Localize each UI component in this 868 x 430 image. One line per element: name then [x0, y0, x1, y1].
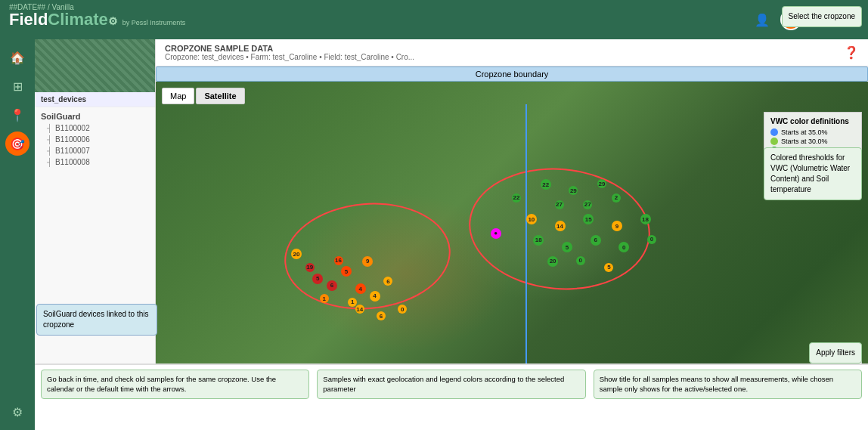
dot-r5[interactable]: 27 — [555, 200, 564, 209]
dot-r18[interactable]: ● — [491, 228, 501, 239]
apply-filters-callout: Apply filters — [809, 342, 862, 363]
dot-13[interactable]: 14 — [355, 305, 364, 314]
dot-r4[interactable]: 29 — [597, 179, 606, 188]
legend-dot-1 — [770, 138, 778, 145]
go-back-callout: Go back in time, and check old samples f… — [41, 370, 309, 399]
navbar-date: ##DATE## / Vanilla — [9, 3, 74, 11]
tab-satellite[interactable]: Satellite — [196, 88, 244, 104]
device-label: test_devices — [35, 92, 155, 107]
sidebar-location[interactable]: 📍 — [5, 103, 29, 127]
sidebar-home[interactable]: 🏠 — [5, 45, 29, 70]
dot-r1[interactable]: 22 — [512, 193, 521, 203]
vwc-legend-title: VWC color definitions — [770, 117, 855, 125]
dot-7[interactable]: 4 — [370, 291, 380, 302]
dot-9[interactable]: 9 — [362, 256, 373, 267]
dot-r3[interactable]: 29 — [569, 186, 578, 195]
dot-r15[interactable]: 6 — [591, 235, 601, 246]
dot-r12[interactable]: 18 — [640, 214, 651, 224]
legend-dot-0 — [770, 128, 778, 136]
geo-samples-callout: Samples with exact geolocation and legen… — [317, 370, 585, 399]
sidebar-sensor[interactable]: 🎯 — [5, 131, 29, 156]
dot-5[interactable]: 1 — [320, 294, 329, 303]
cropzone-boundary-callout: Cropzone boundary — [156, 67, 868, 82]
help-icon[interactable]: ❓ — [844, 45, 859, 60]
map-tabs: Map Satellite — [162, 88, 245, 104]
device-b1100007[interactable]: B1100007 — [35, 145, 155, 156]
content-header: CROPZONE SAMPLE DATA Cropzone: test_devi… — [156, 39, 868, 67]
dot-r9[interactable]: 14 — [555, 221, 566, 231]
dot-1[interactable]: 5 — [312, 274, 323, 284]
dot-r6[interactable]: 27 — [583, 200, 592, 209]
dot-r13[interactable]: 18 — [533, 235, 544, 246]
navbar-by: by Pessl Instruments — [122, 19, 186, 26]
sidebar: 🏠 ⊞ 📍 🎯 ⚙ — [0, 39, 35, 430]
soilguard-callout: SoilGuard devices linked to this cropzon… — [36, 304, 157, 336]
dot-2[interactable]: 6 — [327, 280, 337, 291]
select-cropzone-callout: Select the cropzone — [782, 6, 862, 27]
soilguard-title: SoilGuard — [35, 107, 155, 122]
section-title: CROPZONE SAMPLE DATA — [165, 44, 414, 53]
navbar-logo: FieldClimate⚙ by Pessl Instruments — [9, 10, 185, 29]
user-icon[interactable]: 👤 — [752, 9, 773, 30]
legend-item-0: Starts at 35.0% — [770, 128, 855, 136]
device-b1100002[interactable]: B1100002 — [35, 122, 155, 134]
dot-r2[interactable]: 22 — [541, 179, 551, 190]
colored-thresholds-callout: Colored thresholds for VWC (Volumetric W… — [764, 147, 862, 200]
dot-r14[interactable]: 5 — [562, 242, 572, 252]
tab-map[interactable]: Map — [162, 88, 194, 104]
navbar: ##DATE## / Vanilla FieldClimate⚙ by Pess… — [0, 0, 868, 39]
boundary-line — [525, 104, 527, 384]
device-b1100006[interactable]: B1100006 — [35, 134, 155, 145]
show-title-callout: Show title for all samples means to show… — [594, 370, 862, 399]
dot-11[interactable]: 19 — [305, 263, 315, 272]
legend-item-1: Starts at 30.0% — [770, 138, 855, 145]
device-b1100008[interactable]: B1100008 — [35, 156, 155, 168]
sidebar-layers[interactable]: ⊞ — [5, 74, 29, 98]
dot-r7[interactable]: 2 — [612, 193, 621, 203]
bottom-callouts-row: Go back in time, and check old samples f… — [35, 363, 868, 430]
dot-r8[interactable]: 10 — [526, 214, 537, 224]
field-thumbnail — [35, 39, 155, 92]
sidebar-settings[interactable]: ⚙ — [5, 400, 29, 424]
dot-10[interactable]: 16 — [334, 256, 343, 265]
navbar-title: FieldClimate⚙ — [9, 10, 118, 29]
dot-r20[interactable]: 0 — [576, 256, 585, 265]
dot-r17[interactable]: 0 — [647, 235, 656, 244]
breadcrumb: Cropzone: test_devices • Farm: test_Caro… — [165, 53, 414, 61]
dot-r19[interactable]: 20 — [547, 256, 558, 267]
